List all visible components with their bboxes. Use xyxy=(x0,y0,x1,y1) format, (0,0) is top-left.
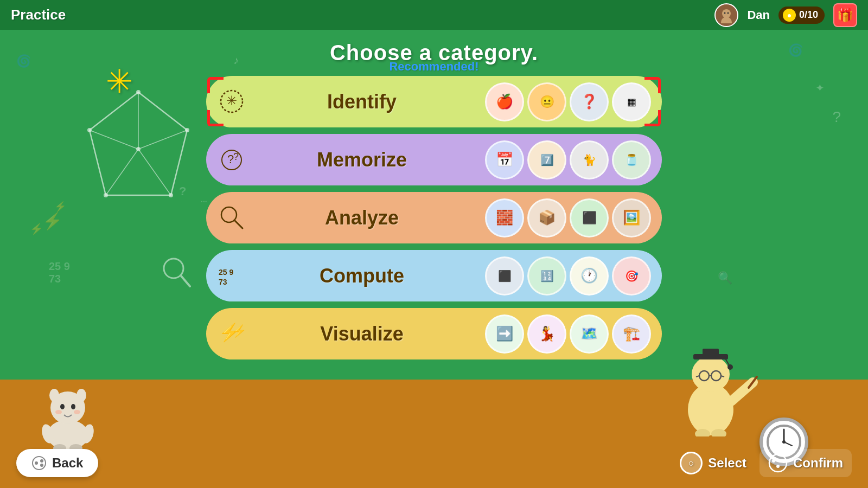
category-memorize[interactable]: ? ? Memorize 📅 7️⃣ 🐈 🫙 xyxy=(206,134,662,185)
thumb-compute-3: 🕐 xyxy=(570,256,609,296)
thumb-compute-2: 🔢 xyxy=(527,256,566,296)
coin-icon: ● xyxy=(783,9,796,22)
thumb-analyze-3: ⬛ xyxy=(570,198,609,237)
visualize-thumbnails: ➡️ 💃 🗺️ 🏗️ xyxy=(485,314,651,354)
thumb-visualize-1: ➡️ xyxy=(485,314,524,354)
thumb-analyze-2: 📦 xyxy=(527,198,566,237)
page-title: Practice xyxy=(11,7,66,23)
category-visualize[interactable]: ⚡ ⚡ Visualize ➡️ 💃 🗺️ 🏗️ xyxy=(206,308,662,359)
svg-text:✳: ✳ xyxy=(226,93,237,108)
thumb-visualize-3: 🗺️ xyxy=(570,314,609,354)
memorize-name: Memorize xyxy=(250,149,474,171)
username: Dan xyxy=(747,8,770,22)
top-bar-right: Dan ● 0/10 🎁 xyxy=(714,3,857,27)
svg-point-61 xyxy=(35,461,38,465)
back-label: Back xyxy=(52,455,83,471)
svg-point-66 xyxy=(781,459,784,463)
svg-text:⚡: ⚡ xyxy=(232,324,247,338)
thumb-memorize-2: 7️⃣ xyxy=(527,140,566,179)
thumb-analyze-1: 🧱 xyxy=(485,198,524,237)
select-circle-icon: ○ xyxy=(680,452,703,474)
categories-list: Recommended! ✳ Identify 🍎 😐 ❓ ▦ xyxy=(206,76,662,359)
gift-icon: 🎁 xyxy=(833,3,857,27)
svg-point-14 xyxy=(722,9,731,18)
compute-name: Compute xyxy=(250,265,474,287)
category-compute[interactable]: 25 9 73 Compute ⬛ 🔢 🕐 🎯 xyxy=(206,250,662,301)
svg-point-15 xyxy=(721,17,732,23)
svg-text:?: ? xyxy=(233,151,239,162)
thumb-analyze-4: 🖼️ xyxy=(612,198,651,237)
svg-point-68 xyxy=(777,460,779,462)
select-label: Select xyxy=(708,455,746,471)
category-identify[interactable]: Recommended! ✳ Identify 🍎 😐 ❓ ▦ xyxy=(206,76,662,127)
compute-thumbnails: ⬛ 🔢 🕐 🎯 xyxy=(485,256,651,296)
thumb-memorize-3: 🐈 xyxy=(570,140,609,179)
back-icon xyxy=(31,455,47,471)
category-analyze[interactable]: Analyze 🧱 📦 ⬛ 🖼️ xyxy=(206,192,662,243)
bottom-right-controls: ○ Select Confirm xyxy=(680,449,852,477)
svg-text:73: 73 xyxy=(219,278,227,286)
confirm-label: Confirm xyxy=(793,455,843,471)
svg-point-60 xyxy=(33,457,46,470)
recommended-badge: Recommended! xyxy=(389,60,478,74)
coin-bar: ● 0/10 xyxy=(778,7,825,24)
visualize-name: Visualize xyxy=(250,323,474,345)
thumb-identify-2: 😐 xyxy=(527,82,566,121)
svg-point-65 xyxy=(772,459,775,463)
memorize-icon: ? ? xyxy=(214,142,250,177)
top-bar: Practice Dan ● 0/10 🎁 xyxy=(0,0,868,30)
confirm-button[interactable]: Confirm xyxy=(760,449,852,477)
identify-thumbnails: 🍎 😐 ❓ ▦ xyxy=(485,82,651,121)
svg-point-62 xyxy=(40,459,43,463)
bottom-bar: Back ○ Select Confirm xyxy=(0,380,868,488)
svg-point-67 xyxy=(776,465,780,468)
thumb-identify-4: ▦ xyxy=(612,82,651,121)
identify-name: Identify xyxy=(250,91,474,113)
thumb-visualize-2: 💃 xyxy=(527,314,566,354)
compute-icon: 25 9 73 xyxy=(214,258,250,293)
svg-rect-44 xyxy=(703,349,719,355)
thumb-memorize-4: 🫙 xyxy=(612,140,651,179)
svg-point-16 xyxy=(724,12,726,14)
confirm-icon xyxy=(768,453,788,473)
identify-icon: ✳ xyxy=(214,84,250,119)
thumb-visualize-4: 🏗️ xyxy=(612,314,651,354)
back-button[interactable]: Back xyxy=(16,449,98,477)
svg-point-17 xyxy=(727,12,729,14)
svg-point-46 xyxy=(727,364,733,370)
select-control: ○ Select xyxy=(680,452,746,474)
thumb-identify-3: ❓ xyxy=(570,82,609,121)
memorize-thumbnails: 📅 7️⃣ 🐈 🫙 xyxy=(485,140,651,179)
thumb-memorize-1: 📅 xyxy=(485,140,524,179)
coin-count: 0/10 xyxy=(799,9,818,21)
avatar xyxy=(714,3,738,27)
thumb-compute-4: 🎯 xyxy=(612,256,651,296)
svg-point-64 xyxy=(769,454,787,472)
svg-point-63 xyxy=(40,464,43,467)
analyze-icon xyxy=(214,200,250,235)
svg-line-24 xyxy=(234,220,242,228)
thumb-compute-1: ⬛ xyxy=(485,256,524,296)
analyze-name: Analyze xyxy=(250,207,474,229)
svg-text:25 9: 25 9 xyxy=(219,268,233,277)
thumb-identify-1: 🍎 xyxy=(485,82,524,121)
visualize-icon: ⚡ ⚡ xyxy=(214,316,250,351)
analyze-thumbnails: 🧱 📦 ⬛ 🖼️ xyxy=(485,198,651,237)
